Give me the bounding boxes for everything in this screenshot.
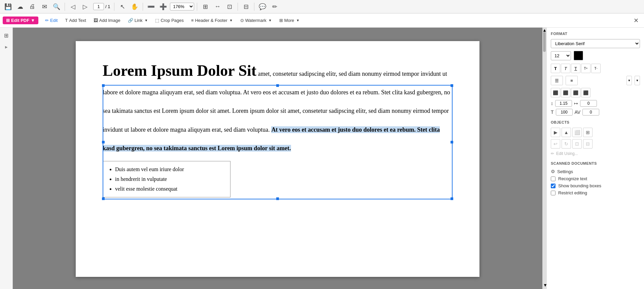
superscript-btn[interactable]: T+ bbox=[581, 64, 591, 73]
restrict-editing-label: Restrict editing bbox=[558, 190, 587, 195]
edit-btn[interactable]: ✏ Edit bbox=[42, 17, 61, 24]
edit-using-btn[interactable]: ✏ Edit Using... bbox=[551, 151, 578, 157]
italic-btn[interactable]: T bbox=[561, 64, 570, 73]
recognize-text-row: Recognize text bbox=[551, 176, 640, 181]
color-swatch[interactable] bbox=[574, 51, 583, 60]
pan-btn[interactable]: ✋ bbox=[129, 1, 140, 12]
indent-icon: ↦ bbox=[574, 101, 578, 106]
subscript-btn[interactable]: T- bbox=[591, 64, 601, 73]
header-footer-btn[interactable]: ≡ Header & Footer ▼ bbox=[188, 17, 236, 24]
zoom-out-btn[interactable]: ➖ bbox=[146, 1, 156, 12]
page-input[interactable]: 1 bbox=[93, 3, 104, 10]
markup-btn[interactable]: ✏ bbox=[269, 1, 280, 12]
char-spacing-icon: AV bbox=[575, 109, 581, 115]
pdf-page: Lorem Ipsum Dolor Sit amet, consetetur s… bbox=[76, 41, 479, 277]
scroll-bottom-btn[interactable]: ▼ bbox=[543, 283, 547, 288]
cursor-btn[interactable]: ↖ bbox=[117, 1, 128, 12]
restrict-editing-checkbox[interactable] bbox=[551, 191, 556, 195]
fit-page-btn[interactable]: ⊞ bbox=[200, 1, 211, 12]
char-scale-input[interactable] bbox=[556, 109, 573, 116]
save-btn[interactable]: 💾 bbox=[3, 1, 13, 12]
print-btn[interactable]: 🖨 bbox=[27, 1, 38, 12]
char-scale-icon: T bbox=[551, 109, 554, 115]
scroll-track[interactable]: ▲ ▼ bbox=[542, 28, 546, 289]
obj-remove-btn[interactable]: ⊟ bbox=[583, 139, 593, 149]
bold-btn[interactable]: T bbox=[551, 64, 560, 73]
scroll-top-btn[interactable]: ▲ bbox=[542, 28, 546, 31]
unordered-list-btn[interactable]: ☰ bbox=[551, 76, 563, 85]
handle-bm[interactable] bbox=[276, 197, 279, 200]
list-dropdown-2[interactable]: ▼ bbox=[635, 76, 640, 85]
link-label: Link bbox=[135, 18, 143, 23]
recognize-text-checkbox[interactable] bbox=[551, 176, 556, 181]
show-bounding-boxes-checkbox[interactable] bbox=[551, 184, 556, 188]
pdf-area[interactable]: Lorem Ipsum Dolor Sit amet, consetetur s… bbox=[13, 28, 542, 289]
left-panel: ⊞ ▶ bbox=[0, 28, 13, 289]
actual-size-btn[interactable]: ⊡ bbox=[224, 1, 235, 12]
crop-label: Crop Pages bbox=[160, 18, 184, 23]
obj-undo-btn[interactable]: ↩ bbox=[551, 139, 560, 149]
separator-6 bbox=[254, 3, 254, 11]
line-spacing-input[interactable] bbox=[555, 100, 572, 107]
main-layout: ⊞ ▶ Lorem Ipsum Dolor Sit amet, cons bbox=[0, 28, 644, 289]
header-footer-label: Header & Footer bbox=[195, 18, 227, 23]
edit-pdf-btn[interactable]: ⊞ Edit PDF ▼ bbox=[3, 17, 38, 24]
scanned-docs-heading: SCANNED DOCUMENTS bbox=[551, 161, 640, 165]
align-center-btn[interactable]: ⬛ bbox=[561, 88, 570, 97]
left-panel-expand-btn[interactable]: ▶ bbox=[1, 42, 11, 52]
multipage-btn[interactable]: ⊟ bbox=[241, 1, 251, 12]
crop-pages-btn[interactable]: ⬚ Crop Pages bbox=[152, 17, 187, 24]
handle-bl[interactable] bbox=[102, 197, 105, 200]
handle-br[interactable] bbox=[451, 197, 453, 200]
more-btn[interactable]: ⊞ More ▼ bbox=[276, 17, 303, 24]
align-right-btn[interactable]: ⬛ bbox=[571, 88, 580, 97]
zoom-select[interactable]: 50%75%100%125% 150%176%200%300% bbox=[170, 3, 194, 10]
recognize-text-label: Recognize text bbox=[558, 176, 587, 181]
obj-forward-btn[interactable]: ▶ bbox=[551, 128, 560, 137]
next-page-btn[interactable]: ▷ bbox=[80, 1, 91, 12]
search-btn[interactable]: 🔍 bbox=[51, 1, 62, 12]
edit-pdf-label: Edit PDF bbox=[11, 18, 29, 23]
list-dropdown-1[interactable]: ▼ bbox=[627, 76, 632, 85]
char-spacing-input[interactable] bbox=[582, 109, 599, 116]
show-bounding-boxes-row: Show bounding boxes bbox=[551, 183, 640, 188]
format-heading: FORMAT bbox=[551, 32, 640, 36]
more-icon: ⊞ bbox=[279, 18, 283, 23]
link-btn[interactable]: 🔗 Link ▼ bbox=[124, 17, 151, 24]
prev-page-btn[interactable]: ◁ bbox=[68, 1, 78, 12]
fit-width-btn[interactable]: ↔ bbox=[212, 1, 223, 12]
add-text-btn[interactable]: T Add Text bbox=[62, 17, 89, 24]
edit-label: Edit bbox=[50, 18, 58, 23]
share-btn[interactable]: ☁ bbox=[15, 1, 26, 12]
left-panel-btn-1[interactable]: ⊞ bbox=[1, 30, 11, 40]
obj-group-btn[interactable]: ⊞ bbox=[583, 128, 593, 137]
restrict-editing-row: Restrict editing bbox=[551, 190, 640, 195]
heading-paragraph: Lorem Ipsum Dolor Sit amet, consetetur s… bbox=[103, 61, 453, 154]
obj-redo-btn[interactable]: ↻ bbox=[562, 139, 571, 149]
align-justify-btn[interactable]: ⬛ bbox=[581, 88, 591, 97]
obj-up-btn[interactable]: ▲ bbox=[562, 128, 571, 137]
list-item: Duis autem vel eum iriure dolor bbox=[115, 165, 225, 174]
add-image-label: Add Image bbox=[99, 18, 120, 23]
scroll-thumb[interactable] bbox=[543, 32, 546, 52]
heading-text: Lorem Ipsum Dolor Sit bbox=[103, 62, 256, 79]
comment-btn[interactable]: 💬 bbox=[257, 1, 268, 12]
underline-btn[interactable]: T bbox=[571, 64, 580, 73]
obj-ungroup-btn[interactable]: ⊡ bbox=[572, 139, 582, 149]
more-label: More bbox=[284, 18, 294, 23]
font-size-select[interactable]: 891011 12141618 bbox=[551, 51, 571, 60]
top-toolbar: 💾 ☁ 🖨 ✉ 🔍 ◁ ▷ 1 / 1 ↖ ✋ ➖ ➕ 50%75%100%12… bbox=[0, 0, 644, 13]
settings-row[interactable]: ⚙ Settings bbox=[551, 169, 640, 174]
zoom-in-btn[interactable]: ➕ bbox=[158, 1, 169, 12]
indent-input[interactable] bbox=[580, 100, 597, 107]
email-btn[interactable]: ✉ bbox=[39, 1, 50, 12]
obj-resize-btn[interactable]: ⬜ bbox=[572, 128, 582, 137]
align-left-btn[interactable]: ⬛ bbox=[551, 88, 560, 97]
gear-icon: ⚙ bbox=[551, 169, 555, 174]
list-item: velit esse molestie consequat bbox=[115, 184, 225, 194]
close-btn[interactable]: ✕ bbox=[631, 15, 641, 26]
ordered-list-btn[interactable]: ≡ bbox=[566, 76, 578, 85]
watermark-btn[interactable]: ⊙ Watermark ▼ bbox=[237, 17, 275, 24]
font-family-select[interactable]: Liberation Serif bbox=[551, 39, 640, 48]
add-image-btn[interactable]: 🖼 Add Image bbox=[90, 17, 124, 24]
